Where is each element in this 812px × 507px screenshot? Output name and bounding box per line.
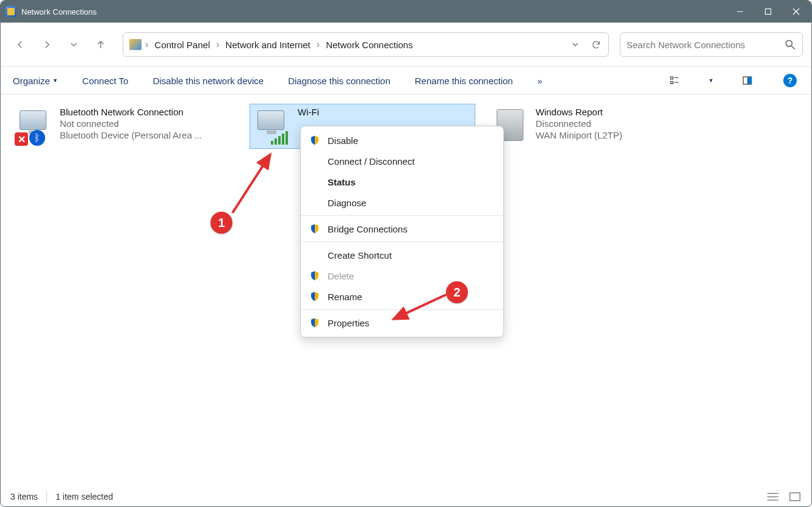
recent-dropdown[interactable] — [63, 34, 85, 56]
shield-icon — [309, 223, 320, 234]
svg-line-6 — [792, 46, 795, 49]
svg-rect-19 — [790, 493, 800, 501]
svg-rect-13 — [748, 77, 752, 84]
status-selection: 1 item selected — [56, 492, 113, 502]
breadcrumb-network-internet[interactable]: Network and Internet — [223, 38, 313, 51]
annotation-badge-2: 2 — [446, 281, 468, 303]
annotation-badge-1: 1 — [210, 212, 232, 234]
connection-device: Bluetooth Device (Personal Area ... — [60, 130, 202, 140]
maximize-button[interactable] — [754, 1, 782, 23]
chevron-right-icon[interactable]: › — [317, 39, 320, 50]
connection-status: Not connected — [60, 118, 202, 129]
svg-rect-9 — [670, 82, 673, 84]
status-item-count: 3 items — [10, 492, 38, 502]
annotation-arrow-1 — [229, 149, 278, 217]
annotation-arrow-2 — [389, 292, 450, 329]
context-delete: Delete — [301, 265, 503, 286]
search-input[interactable] — [627, 40, 784, 50]
titlebar: Network Connections — [1, 1, 811, 23]
bluetooth-connection-icon: ✕ ᛒ — [15, 107, 54, 146]
large-icons-view-button[interactable] — [788, 491, 802, 502]
shield-icon — [309, 270, 320, 281]
breadcrumb-network-connections[interactable]: Network Connections — [323, 38, 415, 51]
status-divider — [46, 491, 47, 502]
search-icon[interactable] — [784, 38, 796, 51]
shield-icon — [309, 317, 320, 328]
wifi-connection-icon — [253, 107, 292, 146]
connection-device: WAN Miniport (L2TP) — [536, 130, 622, 140]
context-label: Connect / Disconnect — [328, 156, 415, 167]
diagnose-connection-button[interactable]: Diagnose this connection — [288, 76, 390, 86]
details-view-button[interactable] — [766, 491, 780, 502]
svg-rect-7 — [670, 77, 673, 79]
context-label: Create Shortcut — [328, 250, 392, 261]
up-button[interactable] — [90, 34, 112, 56]
svg-line-15 — [393, 295, 446, 319]
signal-bars-icon — [271, 131, 288, 145]
connection-item-bluetooth[interactable]: ✕ ᛒ Bluetooth Network Connection Not con… — [12, 104, 237, 149]
context-label: Disable — [328, 135, 358, 146]
context-connect-disconnect[interactable]: Connect / Disconnect — [301, 151, 503, 171]
back-button[interactable] — [9, 34, 31, 56]
context-disable[interactable]: Disable — [301, 130, 503, 151]
command-bar: Organize▼ Connect To Disable this networ… — [1, 67, 811, 95]
view-options-button[interactable] — [666, 71, 684, 90]
close-button[interactable] — [782, 1, 810, 23]
context-diagnose[interactable]: Diagnose — [301, 192, 503, 213]
help-button[interactable]: ? — [781, 71, 799, 90]
view-options-caret[interactable]: ▼ — [708, 77, 714, 84]
context-status[interactable]: Status — [301, 171, 503, 192]
context-separator — [301, 215, 503, 216]
shield-icon — [309, 291, 320, 302]
context-label: Bridge Connections — [328, 224, 408, 234]
nav-area: › Control Panel › Network and Internet ›… — [1, 23, 811, 67]
svg-rect-1 — [766, 9, 771, 15]
svg-line-14 — [232, 154, 270, 213]
context-separator — [301, 242, 503, 242]
context-label: Properties — [328, 318, 369, 328]
shield-icon — [309, 135, 320, 146]
svg-point-5 — [786, 40, 792, 46]
status-bar: 3 items 1 item selected — [1, 487, 811, 506]
context-bridge[interactable]: Bridge Connections — [301, 218, 503, 239]
search-box[interactable] — [620, 32, 803, 57]
app-icon — [5, 6, 16, 17]
minimize-button[interactable] — [726, 1, 754, 23]
context-label: Rename — [328, 292, 362, 302]
context-label: Status — [328, 177, 356, 187]
address-history-dropdown[interactable] — [567, 36, 584, 53]
connection-status: Disconnected — [536, 118, 622, 129]
connection-item-windows-report[interactable]: Windows Report Disconnected WAN Miniport… — [487, 104, 713, 149]
more-commands-button[interactable]: » — [537, 76, 542, 86]
refresh-button[interactable] — [587, 36, 605, 53]
address-icon — [129, 39, 142, 50]
rename-connection-button[interactable]: Rename this connection — [415, 76, 513, 86]
window-title: Network Connections — [21, 7, 97, 16]
preview-pane-button[interactable] — [738, 71, 756, 90]
connection-name: Bluetooth Network Connection — [60, 107, 202, 117]
context-create-shortcut[interactable]: Create Shortcut — [301, 245, 503, 265]
organize-menu[interactable]: Organize▼ — [13, 76, 58, 86]
connection-name: Wi-Fi — [298, 107, 319, 117]
connection-name: Windows Report — [536, 107, 622, 117]
chevron-right-icon[interactable]: › — [216, 39, 219, 50]
context-label: Delete — [328, 271, 354, 281]
chevron-right-icon[interactable]: › — [145, 39, 148, 50]
error-overlay-icon: ✕ — [15, 132, 28, 146]
connect-to-button[interactable]: Connect To — [82, 76, 129, 86]
breadcrumb-control-panel[interactable]: Control Panel — [152, 38, 212, 51]
bluetooth-overlay-icon: ᛒ — [29, 130, 45, 146]
disable-device-button[interactable]: Disable this network device — [153, 76, 264, 86]
context-label: Diagnose — [328, 198, 366, 208]
forward-button[interactable] — [36, 34, 58, 56]
address-bar[interactable]: › Control Panel › Network and Internet ›… — [123, 32, 609, 57]
